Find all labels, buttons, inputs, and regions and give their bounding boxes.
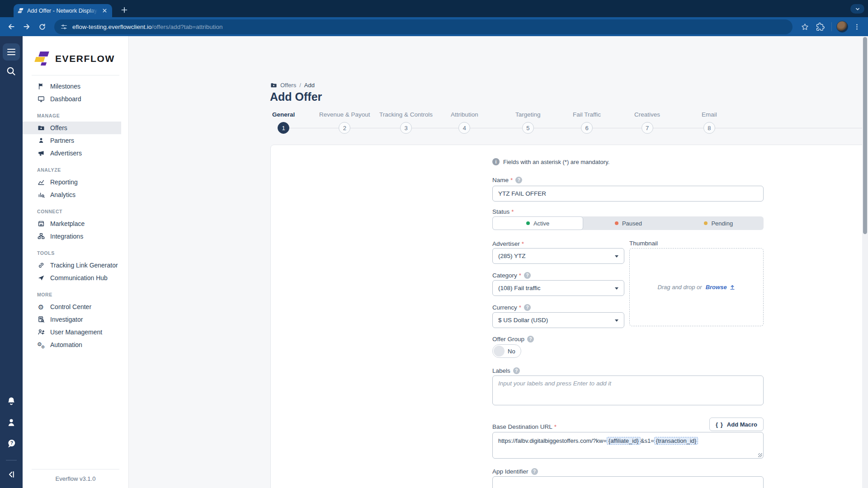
- tab-title: Add Offer - Network Displaye: [27, 8, 98, 14]
- labels-label: Labels ?: [492, 367, 520, 375]
- sidebar-item-advertisers[interactable]: Advertisers: [23, 147, 121, 160]
- sidebar-item-dashboard[interactable]: Dashboard: [23, 93, 121, 105]
- link-icon: [37, 262, 45, 269]
- step-number[interactable]: 3: [400, 122, 412, 134]
- back-button[interactable]: [5, 20, 18, 33]
- step-number[interactable]: 2: [339, 122, 350, 134]
- collapse-sidebar-button[interactable]: [7, 470, 16, 481]
- info-icon: i: [492, 158, 500, 165]
- sidebar-item-communication-hub[interactable]: Communication Hub: [23, 272, 121, 284]
- everflow-logo[interactable]: EVERFLOW: [23, 36, 128, 66]
- search-button[interactable]: [6, 66, 16, 78]
- stepper-step-revenue-payout[interactable]: Revenue & Payout2: [319, 111, 370, 134]
- offer-group-toggle[interactable]: No: [492, 344, 521, 358]
- app-identifier-input[interactable]: [492, 476, 764, 488]
- stepper-step-targeting[interactable]: Targeting5: [515, 111, 541, 134]
- advertiser-label: Advertiser*: [492, 240, 524, 248]
- sidebar-item-user-management[interactable]: User Management: [23, 326, 121, 338]
- megaphone-icon: [37, 150, 45, 157]
- offer-group-help-icon[interactable]: ?: [527, 336, 534, 343]
- help-button[interactable]: ?: [6, 439, 16, 450]
- currency-help-icon[interactable]: ?: [524, 304, 531, 311]
- bookmark-star-button[interactable]: [798, 20, 811, 33]
- flag-icon: [37, 83, 45, 90]
- step-number[interactable]: 5: [522, 122, 534, 134]
- thumbnail-dropzone[interactable]: Drag and drop or Browse: [629, 248, 764, 326]
- sidebar-item-tracking-link-generator[interactable]: Tracking Link Generator: [23, 259, 121, 272]
- browser-tab[interactable]: Add Offer - Network Displaye: [14, 4, 112, 17]
- chevron-down-icon: [854, 6, 861, 12]
- sidebar-item-reporting[interactable]: Reporting: [23, 176, 121, 188]
- toolbar-divider: [831, 22, 832, 31]
- stepper-step-attribution[interactable]: Attribution4: [451, 111, 478, 134]
- category-help-icon[interactable]: ?: [524, 272, 531, 279]
- labels-help-icon[interactable]: ?: [513, 367, 520, 374]
- add-macro-button[interactable]: { } Add Macro: [709, 418, 764, 431]
- menu-hamburger-button[interactable]: [3, 43, 20, 61]
- sidebar-item-integrations[interactable]: Integrations: [23, 230, 121, 243]
- account-button[interactable]: [6, 418, 16, 429]
- name-help-icon[interactable]: ?: [515, 177, 522, 183]
- offer-group-label: Offer Group ?: [492, 335, 534, 343]
- step-label: General: [272, 111, 295, 120]
- forward-button[interactable]: [20, 20, 33, 33]
- icon-rail: ?: [0, 36, 23, 488]
- chevron-down-icon: [615, 319, 618, 324]
- app-identifier-help-icon[interactable]: ?: [531, 468, 538, 475]
- step-number[interactable]: 7: [642, 122, 653, 134]
- browser-menu-button[interactable]: [850, 20, 863, 33]
- sidebar-item-offers[interactable]: Offers: [23, 122, 121, 134]
- new-tab-button[interactable]: [119, 5, 130, 15]
- stepper-step-tracking-controls[interactable]: Tracking & Controls3: [379, 111, 433, 134]
- step-number[interactable]: 6: [581, 122, 593, 134]
- thumbnail-label: Thumbnail: [629, 239, 658, 247]
- category-select[interactable]: (108) Fail traffic: [492, 280, 624, 296]
- sidebar-item-label: Marketplace: [50, 220, 85, 227]
- tab-close-icon[interactable]: [101, 7, 108, 14]
- scrollbar-thumb[interactable]: [863, 37, 867, 234]
- sidebar-item-analytics[interactable]: Analytics: [23, 188, 121, 201]
- everflow-favicon-icon: [18, 8, 24, 14]
- status-option-active[interactable]: Active: [492, 216, 583, 230]
- chevron-down-icon: [615, 255, 618, 259]
- form-card: i Fields with an asterisk (*) are mandat…: [270, 145, 868, 488]
- base-destination-url-input[interactable]: https://falbv.digitalbiggestoffers.com/?…: [492, 432, 764, 459]
- sidebar-item-control-center[interactable]: ⚙Control Center: [23, 300, 121, 313]
- svg-text:?: ?: [10, 441, 13, 446]
- name-input[interactable]: YTZ FAIL OFFER: [492, 186, 764, 202]
- sidebar-item-label: Automation: [50, 341, 82, 348]
- tab-search-button[interactable]: [850, 4, 864, 14]
- advertiser-select[interactable]: (285) YTZ: [492, 248, 624, 264]
- sidebar-item-partners[interactable]: Partners: [23, 134, 121, 147]
- status-option-paused[interactable]: Paused: [583, 216, 673, 230]
- sidebar-item-label: Control Center: [50, 303, 91, 310]
- site-controls-icon[interactable]: [61, 23, 67, 30]
- stepper-step-email[interactable]: Email8: [702, 111, 717, 134]
- page-scrollbar[interactable]: [862, 36, 868, 488]
- profile-avatar[interactable]: [836, 21, 848, 33]
- breadcrumb-parent[interactable]: Offers: [280, 82, 296, 89]
- sidebar-item-milestones[interactable]: Milestones: [23, 80, 121, 93]
- sidebar-item-automation[interactable]: ⚙⚙Automation: [23, 338, 121, 351]
- stepper-step-creatives[interactable]: Creatives7: [634, 111, 660, 134]
- status-dot-icon: [704, 221, 708, 225]
- browse-link[interactable]: Browse: [706, 284, 727, 291]
- stepper-step-general[interactable]: General1: [272, 111, 295, 134]
- stepper-step-fail-traffic[interactable]: Fail Traffic6: [573, 111, 601, 134]
- step-number[interactable]: 1: [278, 122, 289, 134]
- reload-button[interactable]: [35, 20, 49, 33]
- step-label: Email: [702, 111, 717, 120]
- nav-section-header: MANAGE: [23, 105, 128, 122]
- url-bar[interactable]: eflow-testing.everflowclient.io/offers/a…: [54, 19, 793, 34]
- step-number[interactable]: 4: [458, 122, 470, 134]
- labels-input[interactable]: Input your labels and press Enter to add…: [492, 375, 764, 405]
- extensions-puzzle-button[interactable]: [813, 20, 827, 33]
- sidebar-item-investigator[interactable]: Investigator: [23, 313, 121, 326]
- sidebar-item-marketplace[interactable]: Marketplace: [23, 217, 121, 230]
- currency-select[interactable]: $ US Dollar (USD): [492, 312, 624, 328]
- chart-line-icon: [37, 178, 45, 186]
- status-option-pending[interactable]: Pending: [674, 216, 764, 230]
- notifications-bell-button[interactable]: [6, 396, 16, 408]
- step-number[interactable]: 8: [703, 122, 715, 134]
- currency-label: Currency* ?: [492, 304, 531, 311]
